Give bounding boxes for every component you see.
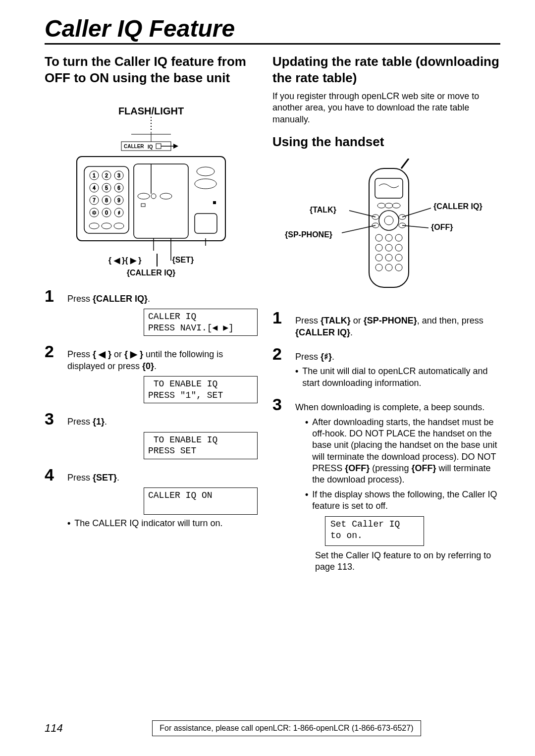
- text: Press: [295, 352, 321, 362]
- svg-line-51: [401, 159, 409, 168]
- svg-line-75: [342, 225, 375, 233]
- zero-button-ref: {0}: [142, 361, 154, 371]
- bullet-icon: [67, 518, 70, 529]
- text: .: [117, 473, 119, 483]
- svg-point-41: [160, 193, 172, 199]
- svg-point-65: [375, 244, 382, 251]
- svg-point-66: [385, 244, 392, 251]
- off-label: {OFF}: [431, 223, 453, 232]
- text: Press: [295, 316, 321, 325]
- svg-point-71: [375, 264, 382, 271]
- right-section-title: Updating the rate table (downloading the…: [272, 54, 500, 86]
- right-arrow-button-ref: { ▶ }: [124, 349, 143, 359]
- svg-point-44: [195, 179, 216, 189]
- svg-point-40: [151, 194, 156, 199]
- lcd-display: TO ENABLE IQ PRESS "1", SET: [144, 376, 258, 403]
- bullet-text: If the display shows the following, the …: [312, 489, 500, 512]
- text: .: [350, 327, 353, 337]
- left-section-title: To turn the Caller IQ feature from OFF t…: [45, 54, 258, 86]
- right-step-2: 2 Press {♯}. The unit will dial to openL…: [272, 345, 500, 389]
- flash-light-label: FLASH/LIGHT: [118, 106, 184, 117]
- set-button-ref: {SET}: [93, 473, 117, 483]
- bullet-text: The unit will dial to openLCR automatica…: [302, 366, 500, 389]
- svg-text:3: 3: [117, 173, 120, 178]
- step-number: 1: [45, 287, 58, 304]
- svg-text:8: 8: [105, 198, 108, 203]
- set-label: {SET}: [172, 256, 194, 267]
- svg-text:✱: ✱: [92, 210, 96, 216]
- svg-point-57: [384, 216, 393, 225]
- one-button-ref: {1}: [93, 417, 105, 427]
- svg-rect-46: [195, 214, 217, 233]
- nav-arrows-label: { ◀ }{ ▶ }: [108, 256, 142, 267]
- step-number: 3: [272, 396, 286, 413]
- lcd-display: CALLER IQ ON: [144, 487, 258, 515]
- step-bullet-1: After downloading starts, the handset mu…: [305, 417, 500, 486]
- left-column: To turn the Caller IQ feature from OFF t…: [45, 54, 258, 573]
- text: .: [154, 361, 157, 371]
- left-step-1: 1 Press {CALLER IQ}. CALLER IQ PRESS NAV…: [45, 287, 258, 336]
- step-instruction: Press {CALLER IQ}.: [67, 293, 258, 305]
- lcd-display: TO ENABLE IQ PRESS SET: [144, 432, 258, 459]
- svg-point-70: [395, 254, 402, 261]
- svg-point-68: [375, 254, 382, 261]
- svg-text:5: 5: [105, 185, 108, 191]
- bullet-icon: [305, 489, 308, 512]
- sp-phone-button-ref: {SP-PHONE}: [364, 316, 417, 325]
- step-bullet: The CALLER IQ indicator will turn on.: [67, 518, 258, 529]
- text: or: [351, 316, 364, 325]
- svg-point-55: [392, 203, 400, 208]
- pound-button-ref: {♯}: [321, 352, 332, 362]
- right-column: Updating the rate table (downloading the…: [272, 54, 500, 573]
- svg-text:9: 9: [117, 198, 120, 203]
- step-bullet: The unit will dial to openLCR automatica…: [295, 366, 500, 389]
- assistance-box: For assistance, please call openLCR: 1-8…: [152, 720, 421, 736]
- svg-text:1: 1: [93, 173, 96, 178]
- sp-phone-label: {SP-PHONE}: [285, 230, 332, 239]
- step-instruction: When downloading is complete, a beep sou…: [295, 402, 500, 413]
- svg-rect-52: [375, 178, 403, 198]
- svg-point-73: [395, 264, 402, 271]
- svg-point-54: [385, 203, 393, 208]
- svg-point-62: [375, 234, 382, 241]
- step-bullet-2: If the display shows the following, the …: [305, 489, 500, 512]
- svg-point-67: [395, 244, 402, 251]
- off-button-ref: {OFF}: [345, 463, 370, 473]
- page-number: 114: [45, 722, 63, 735]
- svg-text:7: 7: [93, 198, 96, 203]
- text: or: [111, 349, 124, 359]
- page-title: Caller IQ Feature: [45, 15, 500, 45]
- step-instruction: Press {SET}.: [67, 472, 258, 484]
- handset-illustration: {TALK} {SP-PHONE} {CALLER IQ} {OFF}: [272, 154, 500, 302]
- svg-text:6: 6: [117, 185, 120, 191]
- svg-point-63: [385, 234, 392, 241]
- text: Press: [67, 417, 93, 427]
- divider-line: [157, 254, 158, 267]
- svg-rect-6: [156, 144, 161, 149]
- talk-button-ref: {TALK}: [321, 316, 351, 325]
- svg-rect-42: [141, 204, 145, 207]
- caller-iq-button-ref: {CALLER IQ}: [295, 327, 350, 337]
- text: Press: [67, 294, 93, 304]
- left-arrow-button-ref: { ◀ }: [93, 349, 111, 359]
- text: .: [105, 417, 107, 427]
- svg-point-69: [385, 254, 392, 261]
- step-instruction: Press {1}.: [67, 416, 258, 428]
- svg-text:IQ: IQ: [148, 144, 153, 150]
- svg-text:2: 2: [105, 173, 108, 178]
- step-instruction: Press { ◀ } or { ▶ } until the following…: [67, 349, 258, 372]
- svg-point-72: [385, 264, 392, 271]
- base-button-labels: { ◀ }{ ▶ } {SET}: [108, 256, 194, 267]
- right-step-3: 3 When downloading is complete, a beep s…: [272, 396, 500, 573]
- text: (pressing: [370, 463, 411, 473]
- page-footer: 114 For assistance, please call openLCR:…: [45, 720, 500, 736]
- left-step-4: 4 Press {SET}. CALLER IQ ON The CALLER I…: [45, 466, 258, 530]
- off-button-ref: {OFF}: [411, 463, 436, 473]
- right-step-1: 1 Press {TALK} or {SP-PHONE}, and then, …: [272, 309, 500, 338]
- base-unit-svg: CALLER IQ 1 2 3 4 5 6 7 8: [67, 117, 235, 266]
- left-step-2: 2 Press { ◀ } or { ▶ } until the followi…: [45, 343, 258, 403]
- svg-point-35: [102, 223, 111, 229]
- step-instruction: Press {TALK} or {SP-PHONE}, and then, pr…: [295, 315, 500, 338]
- right-intro: If you register through openLCR web site…: [272, 91, 500, 125]
- svg-point-56: [379, 211, 399, 230]
